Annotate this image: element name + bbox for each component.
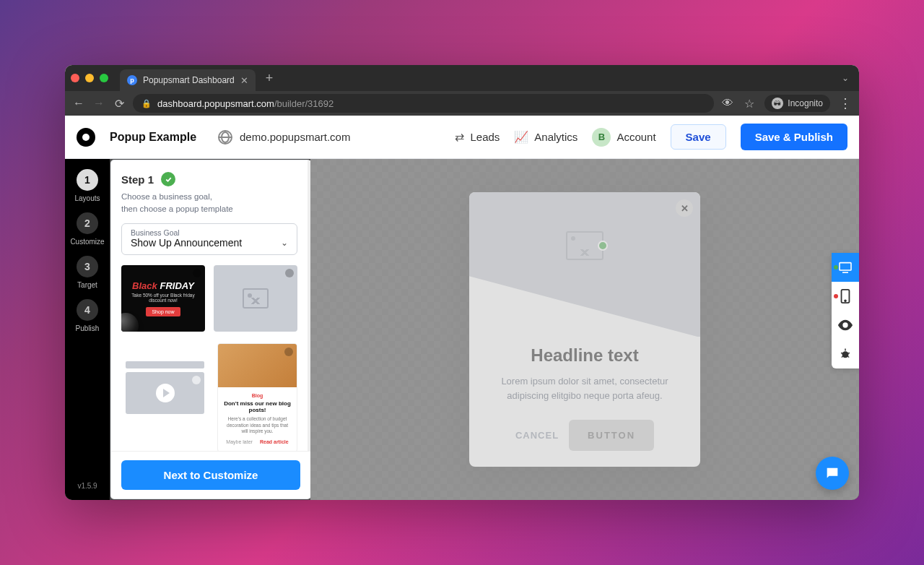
eye-off-icon[interactable]: 👁 xyxy=(721,97,734,110)
debug-bug[interactable] xyxy=(832,340,859,368)
field-label: Business Goal xyxy=(131,228,288,237)
device-desktop[interactable] xyxy=(832,253,859,282)
popup-cancel-button[interactable]: CANCEL xyxy=(515,430,559,441)
next-to-customize-button[interactable]: Next to Customize xyxy=(121,460,300,490)
popup-image-area[interactable] xyxy=(469,192,700,337)
bomb-graphic xyxy=(121,313,139,332)
avatar: B xyxy=(592,128,611,147)
step-number: 3 xyxy=(77,256,98,277)
panel-step-title: Step 1 xyxy=(121,173,154,186)
nav-leads[interactable]: ⇄ Leads xyxy=(455,130,500,144)
popup-headline[interactable]: Headline text xyxy=(485,345,684,366)
template-close-icon xyxy=(193,269,201,277)
step-label: Layouts xyxy=(74,194,100,202)
new-tab-button[interactable]: + xyxy=(261,71,278,86)
svg-line-8 xyxy=(842,356,843,358)
template-video[interactable] xyxy=(121,343,209,431)
template-grid: Black FRIDAY Take 50% off your Black fri… xyxy=(121,265,297,451)
device-mobile[interactable] xyxy=(832,282,859,311)
play-icon xyxy=(156,384,175,402)
device-preview-rail xyxy=(832,253,859,368)
popup-body-text[interactable]: Lorem ipsum dolor sit amet, consectetur … xyxy=(485,374,684,402)
nav-account[interactable]: B Account xyxy=(592,128,655,147)
tab-close-icon[interactable]: ✕ xyxy=(240,75,248,86)
tabs-dropdown-icon[interactable]: ⌄ xyxy=(837,73,853,83)
svg-line-9 xyxy=(847,356,849,358)
nav-analytics-label: Analytics xyxy=(534,131,578,143)
browser-urlbar: ← → ⟳ 🔒 dashboard.popupsmart.com/builder… xyxy=(65,91,859,116)
nav-reload-icon[interactable]: ⟳ xyxy=(113,97,126,111)
template-image-placeholder[interactable] xyxy=(214,265,297,332)
project-domain-group[interactable]: demo.popupsmart.com xyxy=(218,130,350,145)
favicon-icon: p xyxy=(127,75,137,85)
template-close-icon xyxy=(192,376,201,384)
panel-subtitle: Choose a business goal, then choose a po… xyxy=(121,191,297,215)
save-button[interactable]: Save xyxy=(671,124,726,150)
browser-tabbar: p Popupsmart Dashboard ✕ + ⌄ xyxy=(65,65,859,91)
app-logo[interactable] xyxy=(77,128,95,147)
step-layouts[interactable]: 1 Layouts xyxy=(74,169,100,202)
check-icon xyxy=(161,172,175,186)
template-black-friday[interactable]: Black FRIDAY Take 50% off your Black fri… xyxy=(121,265,205,332)
save-publish-button[interactable]: Save & Publish xyxy=(741,124,847,150)
tab-title: Popupsmart Dashboard xyxy=(143,75,235,85)
app-version: v1.5.9 xyxy=(77,482,97,490)
nav-analytics[interactable]: 📈 Analytics xyxy=(514,130,578,144)
chat-fab[interactable] xyxy=(816,457,849,490)
browser-menu-icon[interactable]: ⋮ xyxy=(839,95,852,111)
template-close-icon xyxy=(285,269,294,277)
business-goal-select[interactable]: Business Goal Show Up Announcement ⌄ xyxy=(121,223,297,255)
step-target[interactable]: 3 Target xyxy=(77,256,98,289)
step-label: Publish xyxy=(76,324,100,332)
incognito-icon: 🕶 xyxy=(772,98,783,109)
svg-line-7 xyxy=(847,353,850,354)
step-number: 1 xyxy=(77,169,98,191)
template-close-icon xyxy=(284,348,293,356)
analytics-icon: 📈 xyxy=(514,130,528,144)
project-domain: demo.popupsmart.com xyxy=(240,131,350,143)
image-ok-badge xyxy=(598,241,608,251)
popup-primary-button[interactable]: BUTTON xyxy=(569,420,654,451)
bookmark-star-icon[interactable]: ☆ xyxy=(743,97,756,111)
browser-tab-active[interactable]: p Popupsmart Dashboard ✕ xyxy=(120,69,256,91)
url-domain: dashboard.popupsmart.com xyxy=(157,98,274,109)
incognito-indicator[interactable]: 🕶 Incognito xyxy=(764,95,830,112)
preview-eye[interactable] xyxy=(832,311,859,340)
globe-icon xyxy=(218,130,232,145)
lock-icon: 🔒 xyxy=(141,99,152,108)
app-header: Popup Example demo.popupsmart.com ⇄ Lead… xyxy=(65,116,859,159)
step-publish[interactable]: 4 Publish xyxy=(76,299,100,332)
browser-window: p Popupsmart Dashboard ✕ + ⌄ ← → ⟳ 🔒 das… xyxy=(65,65,859,500)
chevron-down-icon: ⌄ xyxy=(281,238,288,248)
window-controls[interactable] xyxy=(71,74,108,82)
step-rail: 1 Layouts 2 Customize 3 Target 4 Publish… xyxy=(65,159,110,500)
url-field[interactable]: 🔒 dashboard.popupsmart.com/builder/31692 xyxy=(133,94,714,113)
leads-icon: ⇄ xyxy=(455,130,464,144)
nav-back-icon[interactable]: ← xyxy=(72,97,85,110)
app-body: 1 Layouts 2 Customize 3 Target 4 Publish… xyxy=(65,159,859,500)
svg-rect-0 xyxy=(840,263,851,270)
template-blog[interactable]: Blog Don't miss our new blog posts! Here… xyxy=(217,343,297,451)
step-label: Target xyxy=(77,281,97,289)
field-value: Show Up Announcement xyxy=(131,237,242,249)
step-number: 2 xyxy=(77,212,98,234)
step-number: 4 xyxy=(77,299,98,321)
nav-account-label: Account xyxy=(616,131,655,143)
nav-forward-icon[interactable]: → xyxy=(92,97,105,110)
url-path: /builder/31692 xyxy=(274,98,334,109)
image-placeholder-icon xyxy=(243,288,269,309)
project-name[interactable]: Popup Example xyxy=(110,131,196,144)
svg-line-6 xyxy=(841,353,843,354)
popup-preview[interactable]: ✕ Headline text Lorem ipsum dolor sit am… xyxy=(469,192,700,467)
layouts-panel: Step 1 Choose a business goal, then choo… xyxy=(111,160,310,499)
nav-leads-label: Leads xyxy=(470,131,500,143)
popup-close-button[interactable]: ✕ xyxy=(676,199,693,217)
svg-point-3 xyxy=(845,300,846,301)
step-customize[interactable]: 2 Customize xyxy=(70,212,104,246)
preview-canvas: ✕ Headline text Lorem ipsum dolor sit am… xyxy=(310,159,859,500)
incognito-label: Incognito xyxy=(788,98,823,108)
step-label: Customize xyxy=(70,238,104,246)
